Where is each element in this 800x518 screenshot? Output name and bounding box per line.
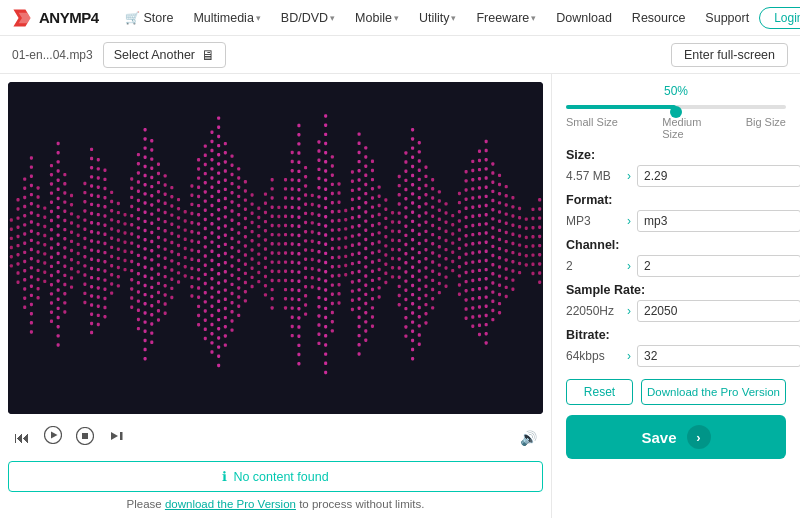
- nav-freeware[interactable]: Freeware ▾: [466, 0, 546, 36]
- slider-thumb[interactable]: [670, 106, 682, 118]
- nav-multimedia[interactable]: Multimedia ▾: [183, 0, 270, 36]
- svg-rect-237: [117, 229, 120, 232]
- play-button[interactable]: [42, 424, 64, 451]
- svg-rect-967: [404, 307, 407, 310]
- svg-rect-1027: [424, 230, 427, 233]
- svg-rect-969: [404, 325, 407, 328]
- pro-version-button[interactable]: Download the Pro Version: [641, 379, 786, 405]
- svg-rect-102: [57, 215, 60, 218]
- channel-input[interactable]: [637, 255, 800, 277]
- svg-rect-1226: [511, 242, 514, 245]
- volume-button[interactable]: 🔊: [518, 428, 539, 448]
- svg-rect-927: [391, 211, 394, 214]
- svg-rect-337: [157, 181, 160, 184]
- svg-rect-110: [57, 288, 60, 291]
- stop-button[interactable]: [74, 425, 96, 451]
- svg-rect-1143: [478, 269, 481, 272]
- svg-rect-255: [130, 214, 133, 217]
- nav-support[interactable]: Support: [695, 0, 759, 36]
- format-input[interactable]: [637, 210, 800, 232]
- svg-rect-899: [371, 288, 374, 291]
- svg-rect-859: [358, 325, 361, 328]
- svg-rect-918: [384, 207, 387, 210]
- next-button[interactable]: [106, 425, 128, 451]
- svg-rect-65: [37, 287, 40, 290]
- svg-rect-964: [404, 279, 407, 282]
- svg-rect-994: [411, 339, 414, 342]
- nav-download[interactable]: Download: [546, 0, 622, 36]
- svg-rect-812: [337, 292, 340, 295]
- nav-bddvd[interactable]: BD/DVD ▾: [271, 0, 345, 36]
- svg-rect-1073: [444, 275, 447, 278]
- svg-rect-726: [311, 276, 314, 279]
- svg-rect-1091: [458, 274, 461, 277]
- svg-rect-730: [317, 159, 320, 162]
- svg-rect-1085: [458, 219, 461, 222]
- svg-rect-1220: [505, 295, 508, 298]
- svg-rect-1161: [485, 231, 488, 234]
- svg-rect-616: [271, 205, 274, 208]
- svg-rect-330: [150, 304, 153, 307]
- svg-rect-645: [284, 251, 287, 254]
- svg-rect-864: [364, 155, 367, 158]
- svg-rect-1190: [491, 309, 494, 312]
- svg-rect-723: [311, 249, 314, 252]
- logo[interactable]: ANYMP4: [10, 6, 99, 30]
- svg-rect-944: [398, 257, 401, 260]
- svg-rect-298: [144, 238, 147, 241]
- svg-rect-1067: [444, 220, 447, 223]
- nav-utility[interactable]: Utility ▾: [409, 0, 467, 36]
- svg-rect-800: [337, 182, 340, 185]
- svg-rect-841: [358, 160, 361, 163]
- slider-track-wrap[interactable]: [566, 100, 786, 114]
- svg-rect-685: [297, 234, 300, 237]
- svg-rect-414: [197, 167, 200, 170]
- svg-rect-852: [358, 261, 361, 264]
- svg-rect-971: [411, 128, 414, 131]
- nav-store[interactable]: 🛒 Store: [115, 0, 184, 36]
- svg-rect-185: [90, 331, 93, 334]
- svg-rect-752: [324, 123, 327, 126]
- svg-rect-30: [23, 278, 26, 281]
- svg-rect-244: [123, 213, 126, 216]
- svg-rect-297: [144, 229, 147, 232]
- svg-rect-691: [297, 289, 300, 292]
- svg-rect-377: [170, 259, 173, 262]
- svg-rect-1188: [491, 290, 494, 293]
- pro-version-link[interactable]: download the Pro Version: [165, 498, 296, 510]
- svg-rect-793: [331, 274, 334, 277]
- svg-rect-299: [144, 247, 147, 250]
- svg-rect-883: [364, 329, 367, 332]
- svg-rect-535: [230, 200, 233, 203]
- reset-button[interactable]: Reset: [566, 379, 633, 405]
- svg-rect-531: [230, 164, 233, 167]
- size-input[interactable]: [637, 165, 800, 187]
- svg-rect-1194: [498, 192, 501, 195]
- svg-rect-767: [324, 261, 327, 264]
- sample-rate-input[interactable]: [637, 300, 800, 322]
- svg-rect-296: [144, 220, 147, 223]
- svg-rect-934: [391, 275, 394, 278]
- bitrate-input[interactable]: [637, 345, 800, 367]
- svg-rect-1065: [444, 202, 447, 205]
- svg-rect-332: [150, 322, 153, 325]
- svg-rect-528: [224, 334, 227, 337]
- save-button[interactable]: Save ›: [566, 415, 786, 459]
- medium-size-label: MediumSize: [662, 116, 701, 140]
- bitrate-arrow-icon: ›: [627, 349, 631, 363]
- fullscreen-button[interactable]: Enter full-screen: [671, 43, 788, 67]
- svg-rect-753: [324, 133, 327, 136]
- svg-rect-901: [371, 306, 374, 309]
- svg-rect-56: [37, 205, 40, 208]
- svg-rect-697: [297, 344, 300, 347]
- svg-rect-1032: [424, 275, 427, 278]
- svg-rect-778: [324, 362, 327, 365]
- rewind-button[interactable]: ⏮: [12, 427, 32, 449]
- select-another-button[interactable]: Select Another 🖥: [103, 42, 226, 68]
- svg-rect-710: [304, 257, 307, 260]
- svg-rect-280: [137, 281, 140, 284]
- svg-rect-847: [358, 215, 361, 218]
- nav-mobile[interactable]: Mobile ▾: [345, 0, 409, 36]
- login-button[interactable]: Login: [759, 7, 800, 29]
- nav-resource[interactable]: Resource: [622, 0, 696, 36]
